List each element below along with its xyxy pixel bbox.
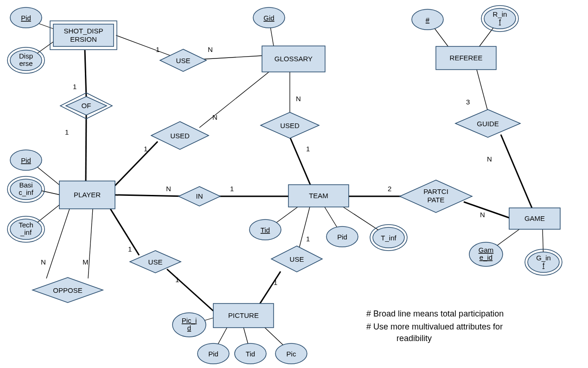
entity-glossary: GLOSSARY	[262, 46, 325, 72]
svg-text:e_id: e_id	[479, 253, 492, 261]
rel-in-label: IN	[196, 192, 203, 200]
attr-pic-pic-label: Pic	[287, 350, 296, 358]
attr-ref-rinf-l1: R_in	[493, 10, 507, 18]
attr-team-pid: Pid	[326, 226, 358, 247]
svg-text:R_in: R_in	[493, 10, 507, 18]
attr-team-tinf: T_inf	[370, 225, 407, 251]
attr-game-id: Gam e_id	[469, 242, 503, 266]
attr-player-basic-l2: c_inf	[19, 188, 34, 196]
attr-pic-pid: Pid	[198, 343, 229, 364]
card-team-part-2: 2	[388, 185, 391, 193]
entity-referee: REFEREE	[436, 46, 496, 70]
attr-game-ginf: G_in f	[525, 249, 562, 275]
attr-sd-disperse: Disp erse	[7, 47, 45, 73]
card-use-gloss-n: N	[208, 45, 213, 53]
rel-use-sd-gloss: USE	[160, 49, 206, 71]
attr-player-tech-l1: Tech	[19, 221, 33, 229]
rel-of-label: OF	[82, 102, 91, 110]
entity-player: PLAYER	[59, 181, 115, 209]
svg-text:PATE: PATE	[428, 196, 445, 204]
rel-guide: GUIDE	[455, 110, 520, 137]
edge-player-in	[115, 195, 185, 196]
attr-player-tech-l2: _inf	[20, 228, 32, 236]
note-line3: readibility	[396, 334, 432, 343]
card-used-gloss-n: N	[212, 113, 217, 121]
rel-participate-l1: PARTCI	[423, 187, 448, 195]
rel-participate-l2: PATE	[428, 196, 445, 204]
svg-text:PARTCI: PARTCI	[423, 187, 448, 195]
rel-oppose: OPPOSE	[32, 278, 103, 303]
note-line2: # Use more multivalued attributes for	[366, 322, 503, 331]
entity-game: GAME	[509, 208, 560, 229]
card-of-sd-1: 1	[73, 83, 77, 90]
attr-ref-rinf: R_in f	[481, 6, 518, 32]
edge-ref-guide	[477, 70, 488, 111]
edge-of-player	[86, 114, 86, 181]
attr-player-basic-l1: Basi	[19, 181, 32, 189]
svg-text:Pic_i: Pic_i	[182, 316, 197, 324]
card-usepic-pic-1b: 1	[274, 278, 277, 286]
rel-of: OF	[60, 93, 112, 119]
rel-used-team-gloss: USED	[261, 112, 319, 138]
rel-oppose-label: OPPOSE	[53, 286, 82, 294]
attr-sd-pid: Pid	[10, 7, 42, 28]
rel-use-team-pic-label: USE	[290, 255, 304, 263]
rel-use-sd-gloss-label: USE	[176, 57, 191, 65]
card-player-in-n: N	[166, 185, 171, 193]
entity-player-label: PLAYER	[74, 191, 101, 199]
entity-game-label: GAME	[524, 214, 545, 222]
edge-player-oppose-m	[88, 209, 93, 278]
attr-player-basic: Basi c_inf	[7, 176, 45, 202]
svg-text:Basi: Basi	[19, 181, 32, 189]
entity-shot-dispersion: SHOT_DISP ERSION	[50, 21, 117, 50]
svg-text:Gam: Gam	[479, 246, 494, 254]
card-part-game-n: N	[480, 211, 485, 219]
attr-team-tinf-label: T_inf	[381, 234, 396, 242]
edge-used-gloss	[199, 72, 269, 128]
svg-text:Tech: Tech	[19, 221, 33, 229]
rel-use-team-pic: USE	[271, 246, 322, 272]
edge-sd-of	[85, 50, 86, 97]
entity-picture-label: PICTURE	[228, 311, 259, 319]
rel-participate: PARTCI PATE	[400, 180, 472, 213]
attr-player-pid: Pid	[10, 150, 42, 170]
card-player-used-1: 1	[144, 145, 147, 153]
card-of-player-1: 1	[65, 128, 69, 136]
attr-player-pid-label: Pid	[21, 156, 31, 164]
edge-player-used	[115, 142, 158, 186]
rel-used-team-gloss-label: USED	[280, 122, 300, 129]
card-oppose-m: M	[83, 258, 89, 266]
svg-text:SHOT_DISP: SHOT_DISP	[64, 27, 103, 35]
svg-text:_inf: _inf	[20, 228, 32, 236]
attr-game-id-l1: Gam	[479, 246, 494, 254]
svg-text:ERSION: ERSION	[70, 35, 97, 43]
attr-game-id-l2: e_id	[479, 253, 492, 261]
card-team-used-1: 1	[306, 145, 310, 153]
attr-pic-tid-label: Tid	[246, 350, 255, 358]
edge-player-oppose-n	[46, 209, 70, 278]
attr-pic-id-l1: Pic_i	[182, 316, 197, 324]
attr-ref-num: #	[412, 9, 443, 30]
card-ref-guide-3: 3	[466, 98, 470, 106]
rel-used-player-gloss-label: USED	[170, 132, 190, 140]
attr-pic-id-l2: d	[187, 324, 191, 332]
svg-text:G_in: G_in	[536, 254, 551, 262]
entity-glossary-label: GLOSSARY	[275, 55, 313, 63]
attr-sd-disperse-l1: Disp	[19, 52, 33, 60]
card-guide-game-n: N	[487, 155, 492, 163]
entity-shot-dispersion-label-l2: ERSION	[70, 35, 97, 43]
svg-text:d: d	[187, 324, 191, 332]
edge-used2-team	[290, 137, 311, 186]
entity-team: TEAM	[288, 185, 349, 207]
attr-team-tid-label: Tid	[261, 226, 270, 234]
attr-sd-pid-label: Pid	[21, 14, 31, 22]
attr-game-ginf-l1: G_in	[536, 254, 551, 262]
card-team-usepic-1: 1	[306, 235, 310, 243]
svg-text:erse: erse	[19, 59, 32, 67]
svg-text:c_inf: c_inf	[19, 188, 34, 196]
attr-pic-pid-label: Pid	[208, 350, 218, 358]
note-line1: # Broad line means total participation	[366, 309, 504, 318]
rel-use-player-pic-label: USE	[148, 258, 163, 266]
attr-ref-num-label: #	[426, 16, 430, 24]
attr-team-pid-label: Pid	[337, 233, 347, 241]
